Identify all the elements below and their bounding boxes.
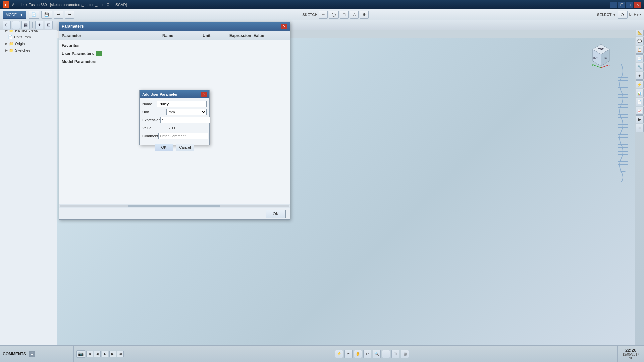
- folder-icon: 📁: [9, 48, 14, 53]
- canvas-decoration: [614, 64, 628, 182]
- language-display: NL: [629, 356, 633, 360]
- toolbar-icon-1[interactable]: ✏: [319, 11, 328, 19]
- minimize-button[interactable]: ─: [610, 2, 617, 8]
- right-sidebar: 🌐 👤 📐 💬 📋 📑 🔧 ✦ ⚡ 📊 📄 📈 ▶ ✕: [635, 9, 644, 345]
- right-btn-8[interactable]: ✦: [636, 72, 644, 80]
- add-dialog-body: Name Unit mm cm m in ft Expression Value…: [140, 98, 209, 142]
- camera-button[interactable]: 📷: [76, 350, 85, 358]
- params-scrollbar[interactable]: [59, 204, 290, 208]
- right-btn-14[interactable]: ✕: [636, 124, 644, 132]
- redo-button[interactable]: ↪: [65, 11, 74, 19]
- nav-btn-4[interactable]: ↩: [363, 350, 371, 358]
- right-btn-6[interactable]: 📑: [636, 54, 644, 62]
- right-btn-9[interactable]: ⚡: [636, 80, 644, 88]
- add-param-cancel-button[interactable]: Cancel: [176, 144, 194, 151]
- nav-btn-1[interactable]: ⚡: [335, 350, 343, 358]
- add-user-param-button[interactable]: +: [96, 51, 102, 56]
- params-header: Parameter Name Unit Expression Value: [59, 31, 290, 40]
- unit-select[interactable]: mm cm m in ft: [166, 109, 207, 115]
- name-label: Name: [142, 102, 157, 106]
- right-btn-5[interactable]: 📋: [636, 46, 644, 54]
- date-display: 12/05/2017: [622, 353, 639, 356]
- nav-btn-5[interactable]: 🔍: [373, 350, 381, 358]
- params-footer: OK: [59, 208, 290, 219]
- right-btn-10[interactable]: 📊: [636, 89, 644, 97]
- parameters-dialog-close[interactable]: ✕: [281, 24, 287, 29]
- value-label: Value: [142, 126, 166, 130]
- left-sidebar: ◀ BROWSER ▼ 🔧 (Unsaved) ⚙ ▶ 📁 Named View…: [0, 9, 57, 345]
- svg-text:X: X: [609, 64, 611, 67]
- expression-input[interactable]: [160, 117, 210, 123]
- comments-settings-button[interactable]: ⚙: [29, 351, 35, 357]
- tree-item-origin[interactable]: ▶ 📁 Origin: [0, 40, 57, 47]
- toolbar-icon-2[interactable]: ◯: [329, 11, 339, 19]
- toolbar-icons: ✏ ◯ ◻ △ ⊕: [319, 11, 369, 19]
- col-value: Value: [254, 33, 287, 38]
- rewind-button[interactable]: ⏮: [86, 351, 93, 357]
- units-item: 📄 Units: mm: [0, 34, 57, 40]
- nav-btn-6[interactable]: ◻: [382, 350, 390, 358]
- second-tb-btn-5[interactable]: ⊞: [45, 21, 53, 29]
- prev-button[interactable]: ◀: [94, 351, 101, 357]
- value-display: 5.00: [166, 126, 207, 130]
- second-tb-btn-2[interactable]: □: [12, 21, 20, 29]
- col-parameter: Parameter: [62, 33, 162, 38]
- close-button[interactable]: ✕: [634, 2, 641, 8]
- value-row: Value 5.00: [142, 124, 207, 132]
- orientation-cube[interactable]: TOP RIGHT FRONT X Z: [588, 43, 614, 69]
- doc-icon: 📄: [8, 35, 13, 39]
- toolbar-icon-4[interactable]: △: [350, 11, 359, 19]
- user-label: Br Hel▾: [629, 12, 641, 17]
- nav-btn-7[interactable]: ⊞: [391, 350, 399, 358]
- right-btn-11[interactable]: 📄: [636, 98, 644, 106]
- right-btn-13[interactable]: ▶: [636, 115, 644, 123]
- status-bar: COMMENTS ⚙ 📷 ⏮ ◀ ▶ ▶ ⏭ ⚡ ✂ ✋ ↩ 🔍 ◻ ⊞ ▦ 2…: [0, 345, 644, 362]
- nav-btn-8[interactable]: ▦: [401, 350, 409, 358]
- comment-input[interactable]: [158, 133, 208, 139]
- model-dropdown-button[interactable]: MODEL ▼: [3, 11, 26, 19]
- nav-btn-3[interactable]: ✋: [354, 350, 362, 358]
- unit-label: Unit: [142, 110, 166, 114]
- col-unit: Unit: [203, 33, 229, 38]
- params-ok-button[interactable]: OK: [266, 210, 286, 218]
- add-param-dialog: Add User Parameter ✕ Name Unit mm cm m i…: [139, 90, 210, 145]
- right-btn-7[interactable]: 🔧: [636, 63, 644, 71]
- play-button[interactable]: ▶: [102, 351, 108, 357]
- scrollbar-thumb[interactable]: [128, 205, 220, 207]
- scrollbar-track[interactable]: [60, 205, 289, 207]
- tree-item-sketches[interactable]: ▶ 📁 Sketches: [0, 47, 57, 54]
- next-button[interactable]: ▶: [109, 351, 116, 357]
- col-name: Name: [162, 33, 203, 38]
- maximize-button[interactable]: □: [626, 2, 633, 8]
- undo-button[interactable]: ↩: [54, 11, 63, 19]
- restore-button[interactable]: ❐: [618, 2, 625, 8]
- new-button[interactable]: 📄: [29, 11, 39, 19]
- toolbar-icon-3[interactable]: ◻: [340, 11, 349, 19]
- expression-row: Expression: [142, 116, 207, 124]
- select-label: SELECT ▼: [597, 13, 616, 17]
- app-icon: F: [3, 1, 9, 8]
- main-toolbar: MODEL ▼ 📄 💾 ↩ ↪ SKETCH ✏ ◯ ◻ △ ⊕ SELECT …: [0, 9, 644, 20]
- comment-row: Comment: [142, 132, 207, 140]
- svg-line-8: [594, 65, 601, 68]
- add-param-ok-button[interactable]: OK: [155, 144, 173, 151]
- add-param-close[interactable]: ✕: [201, 92, 207, 97]
- name-input[interactable]: [157, 101, 207, 107]
- parameters-dialog-titlebar: Parameters ✕: [59, 22, 290, 31]
- add-dialog-footer: OK Cancel: [140, 142, 209, 153]
- toolbar-icon-5[interactable]: ⊕: [360, 11, 369, 19]
- second-tb-btn-3[interactable]: ▦: [21, 21, 30, 29]
- nav-btn-2[interactable]: ✂: [344, 350, 353, 358]
- end-button[interactable]: ⏭: [117, 351, 124, 357]
- right-btn-12[interactable]: 📈: [636, 107, 644, 115]
- second-tb-btn-1[interactable]: ⊙: [3, 21, 11, 29]
- bottom-toolbar: ⚡ ✂ ✋ ↩ 🔍 ◻ ⊞ ▦: [126, 350, 617, 358]
- right-btn-4[interactable]: 💬: [636, 37, 644, 45]
- comment-label: Comment: [142, 134, 158, 138]
- add-param-titlebar: Add User Parameter ✕: [140, 90, 209, 98]
- help-button[interactable]: ?▾: [618, 11, 628, 19]
- save-button[interactable]: 💾: [41, 11, 52, 19]
- tb-separator-1: [32, 22, 33, 28]
- arrow-icon: ▶: [5, 49, 8, 52]
- second-tb-btn-4[interactable]: ✦: [35, 21, 43, 29]
